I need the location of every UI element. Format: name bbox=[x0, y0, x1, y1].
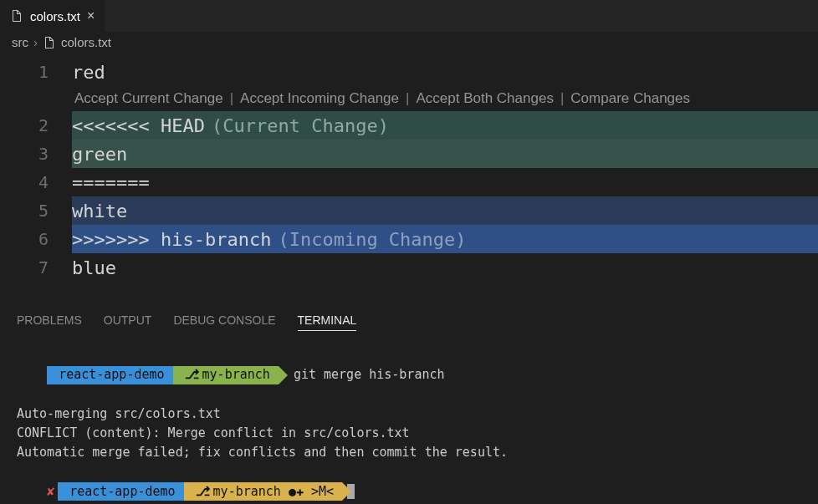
tab-bar: colors.txt × bbox=[0, 0, 818, 32]
code-line[interactable]: 1 red bbox=[0, 58, 818, 86]
merge-codelens: Accept Current Change | Accept Incoming … bbox=[0, 86, 818, 111]
accept-incoming-change[interactable]: Accept Incoming Change bbox=[238, 90, 401, 107]
code-text[interactable]: green bbox=[72, 140, 818, 168]
editor-tab[interactable]: colors.txt × bbox=[0, 0, 105, 32]
tab-terminal[interactable]: TERMINAL bbox=[298, 313, 357, 331]
terminal-output: Automatic merge failed; fix conflicts an… bbox=[17, 443, 801, 462]
error-icon: ✘ bbox=[47, 484, 54, 499]
terminal-output: CONFLICT (content): Merge conflict in sr… bbox=[17, 424, 801, 443]
tab-debug-console[interactable]: DEBUG CONSOLE bbox=[173, 313, 275, 331]
code-line[interactable]: 2 <<<<<<< HEAD (Current Change) bbox=[0, 111, 818, 140]
prompt-branch: ⎇my-branch bbox=[173, 366, 279, 384]
prompt-dir: react-app-demo bbox=[58, 482, 183, 501]
terminal[interactable]: react-app-demo⎇my-branch git merge his-b… bbox=[0, 338, 818, 504]
accept-both-changes[interactable]: Accept Both Changes bbox=[413, 90, 555, 107]
code-line[interactable]: 3 green bbox=[0, 140, 818, 168]
code-line[interactable]: 4 ======= bbox=[0, 168, 818, 196]
tab-problems[interactable]: PROBLEMS bbox=[17, 313, 82, 331]
file-icon bbox=[43, 36, 56, 49]
breadcrumb-folder[interactable]: src bbox=[12, 35, 28, 49]
terminal-line: ✘react-app-demo⎇my-branch ●✚ >M< bbox=[17, 463, 801, 505]
branch-icon: ⎇ bbox=[196, 482, 210, 501]
breadcrumb-file[interactable]: colors.txt bbox=[61, 35, 111, 49]
terminal-line: react-app-demo⎇my-branch git merge his-b… bbox=[17, 346, 801, 405]
code-line[interactable]: 6 >>>>>>> his-branch (Incoming Change) bbox=[0, 225, 818, 253]
line-number: 4 bbox=[0, 172, 72, 192]
panel-tab-bar: PROBLEMS OUTPUT DEBUG CONSOLE TERMINAL bbox=[0, 305, 818, 338]
breadcrumb: src › colors.txt bbox=[0, 32, 818, 54]
code-text[interactable]: blue bbox=[72, 253, 818, 282]
editor[interactable]: 1 red Accept Current Change | Accept Inc… bbox=[0, 54, 818, 282]
conflict-separator[interactable]: ======= bbox=[72, 168, 818, 196]
prompt-dir: react-app-demo bbox=[47, 366, 172, 384]
code-line[interactable]: 5 white bbox=[0, 196, 818, 225]
tab-filename: colors.txt bbox=[30, 9, 80, 23]
branch-icon: ⎇ bbox=[185, 365, 199, 384]
chevron-right-icon: › bbox=[33, 35, 38, 49]
tab-output[interactable]: OUTPUT bbox=[104, 313, 152, 331]
accept-current-change[interactable]: Accept Current Change bbox=[72, 90, 226, 107]
code-line[interactable]: 7 blue bbox=[0, 253, 818, 282]
prompt-branch-status: ⎇my-branch ●✚ >M< bbox=[184, 482, 343, 501]
line-number: 7 bbox=[0, 257, 72, 277]
terminal-command: git merge his-branch bbox=[279, 367, 445, 382]
terminal-output: Auto-merging src/colors.txt bbox=[17, 405, 801, 424]
line-number: 3 bbox=[0, 144, 72, 164]
compare-changes[interactable]: Compare Changes bbox=[568, 90, 693, 107]
conflict-head-marker[interactable]: <<<<<<< HEAD (Current Change) bbox=[72, 111, 818, 140]
file-icon bbox=[10, 9, 23, 23]
line-number: 1 bbox=[0, 62, 72, 82]
code-text[interactable]: white bbox=[72, 196, 818, 225]
line-number: 5 bbox=[0, 201, 72, 221]
close-icon[interactable]: × bbox=[87, 8, 95, 23]
code-text[interactable]: red bbox=[72, 58, 818, 86]
line-number: 6 bbox=[0, 229, 72, 249]
conflict-incoming-marker[interactable]: >>>>>>> his-branch (Incoming Change) bbox=[72, 225, 818, 253]
line-number: 2 bbox=[0, 115, 72, 135]
